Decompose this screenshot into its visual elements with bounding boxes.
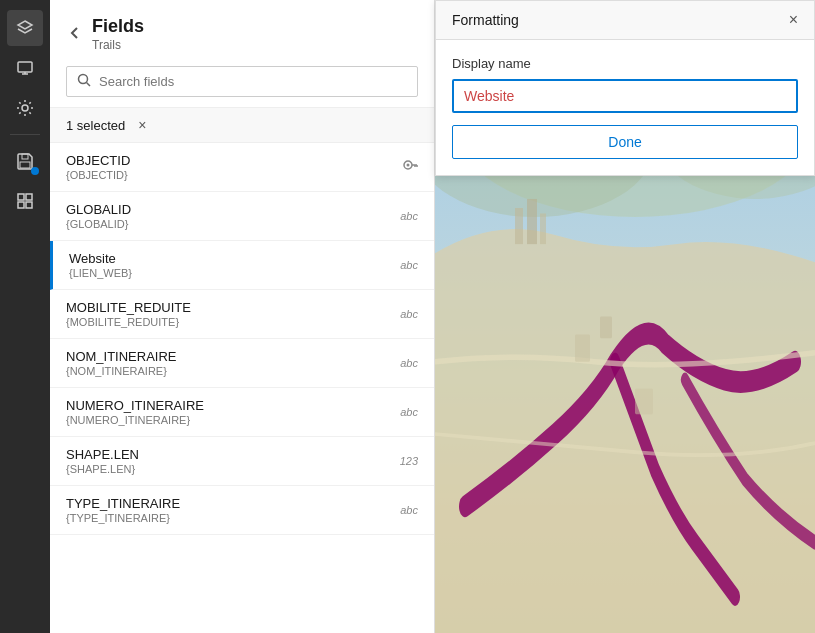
monitor-btn[interactable]: [7, 50, 43, 86]
display-name-label: Display name: [452, 56, 798, 71]
field-name: OBJECTID: [66, 153, 130, 168]
save-btn[interactable]: [7, 143, 43, 179]
svg-rect-8: [26, 194, 32, 200]
field-token: {NUMERO_ITINERAIRE}: [66, 414, 204, 426]
field-item-mobilite[interactable]: MOBILITE_REDUITE {MOBILITE_REDUITE} abc: [50, 290, 434, 339]
field-item-nom-itin[interactable]: NOM_ITINERAIRE {NOM_ITINERAIRE} abc: [50, 339, 434, 388]
field-text: OBJECTID {OBJECTID}: [66, 153, 130, 181]
svg-rect-26: [540, 213, 546, 244]
field-token: {LIEN_WEB}: [69, 267, 132, 279]
svg-point-11: [79, 75, 88, 84]
field-name: TYPE_ITINERAIRE: [66, 496, 180, 511]
field-name: Website: [69, 251, 132, 266]
field-text: Website {LIEN_WEB}: [69, 251, 132, 279]
field-token: {GLOBALID}: [66, 218, 131, 230]
fields-subtitle: Trails: [92, 38, 144, 52]
field-text: NUMERO_ITINERAIRE {NUMERO_ITINERAIRE}: [66, 398, 204, 426]
search-container: [50, 56, 434, 107]
left-toolbar: [0, 0, 50, 633]
fields-title: Fields: [92, 16, 144, 37]
field-item-globalid[interactable]: GLOBALID {GLOBALID} abc: [50, 192, 434, 241]
search-input[interactable]: [99, 74, 407, 89]
field-name: NOM_ITINERAIRE: [66, 349, 177, 364]
field-name: NUMERO_ITINERAIRE: [66, 398, 204, 413]
grid-btn[interactable]: [7, 183, 43, 219]
svg-rect-25: [527, 199, 537, 244]
save-badge: [31, 167, 39, 175]
svg-rect-10: [26, 202, 32, 208]
svg-rect-29: [635, 389, 653, 414]
formatting-header: Formatting ×: [436, 1, 814, 40]
search-icon: [77, 73, 91, 90]
field-text: NOM_ITINERAIRE {NOM_ITINERAIRE}: [66, 349, 177, 377]
svg-point-4: [22, 105, 28, 111]
main-area: Fields Trails 1 selected ×: [50, 0, 815, 633]
field-type-abc: abc: [400, 259, 418, 271]
settings-btn[interactable]: [7, 90, 43, 126]
field-token: {SHAPE.LEN}: [66, 463, 139, 475]
field-token: {TYPE_ITINERAIRE}: [66, 512, 180, 524]
fields-title-block: Fields Trails: [92, 16, 144, 52]
svg-rect-1: [18, 62, 32, 72]
formatting-close-button[interactable]: ×: [789, 11, 798, 29]
field-type-abc: abc: [400, 308, 418, 320]
svg-rect-9: [18, 202, 24, 208]
field-item-website[interactable]: Website {LIEN_WEB} abc: [50, 241, 434, 290]
search-box: [66, 66, 418, 97]
clear-selected-button[interactable]: ×: [133, 116, 151, 134]
field-token: {NOM_ITINERAIRE}: [66, 365, 177, 377]
back-button[interactable]: [66, 24, 84, 45]
field-text: GLOBALID {GLOBALID}: [66, 202, 131, 230]
field-text: TYPE_ITINERAIRE {TYPE_ITINERAIRE}: [66, 496, 180, 524]
field-name: GLOBALID: [66, 202, 131, 217]
field-text: SHAPE.LEN {SHAPE.LEN}: [66, 447, 139, 475]
field-text: MOBILITE_REDUITE {MOBILITE_REDUITE}: [66, 300, 191, 328]
field-name: SHAPE.LEN: [66, 447, 139, 462]
field-item-objectid[interactable]: OBJECTID {OBJECTID}: [50, 143, 434, 192]
selected-bar: 1 selected ×: [50, 107, 434, 143]
formatting-body: Display name Done: [436, 40, 814, 175]
display-name-input[interactable]: [452, 79, 798, 113]
key-icon: [402, 157, 418, 177]
field-item-numero-itin[interactable]: NUMERO_ITINERAIRE {NUMERO_ITINERAIRE} ab…: [50, 388, 434, 437]
field-token: {MOBILITE_REDUITE}: [66, 316, 191, 328]
svg-marker-0: [18, 21, 32, 29]
fields-panel: Fields Trails 1 selected ×: [50, 0, 435, 633]
svg-rect-28: [600, 317, 612, 339]
field-type-abc: abc: [400, 357, 418, 369]
field-type-abc: abc: [400, 210, 418, 222]
fields-header: Fields Trails: [50, 0, 434, 56]
field-name: MOBILITE_REDUITE: [66, 300, 191, 315]
selected-count: 1 selected: [66, 118, 125, 133]
done-button[interactable]: Done: [452, 125, 798, 159]
field-item-type-itin[interactable]: TYPE_ITINERAIRE {TYPE_ITINERAIRE} abc: [50, 486, 434, 535]
layers-btn[interactable]: [7, 10, 43, 46]
field-type-123: 123: [400, 455, 418, 467]
svg-rect-6: [20, 162, 30, 168]
field-type-abc: abc: [400, 406, 418, 418]
fields-list: OBJECTID {OBJECTID} GLOBALID: [50, 143, 434, 633]
formatting-panel: Formatting × Display name Done: [435, 0, 815, 176]
svg-rect-27: [575, 335, 590, 362]
svg-rect-7: [18, 194, 24, 200]
formatting-title: Formatting: [452, 12, 519, 28]
right-panel: + −: [435, 0, 815, 633]
field-token: {OBJECTID}: [66, 169, 130, 181]
toolbar-divider: [10, 134, 40, 135]
svg-line-12: [87, 83, 91, 87]
svg-point-14: [407, 164, 410, 167]
field-type-abc: abc: [400, 504, 418, 516]
field-item-shape-len[interactable]: SHAPE.LEN {SHAPE.LEN} 123: [50, 437, 434, 486]
svg-rect-24: [515, 208, 523, 244]
